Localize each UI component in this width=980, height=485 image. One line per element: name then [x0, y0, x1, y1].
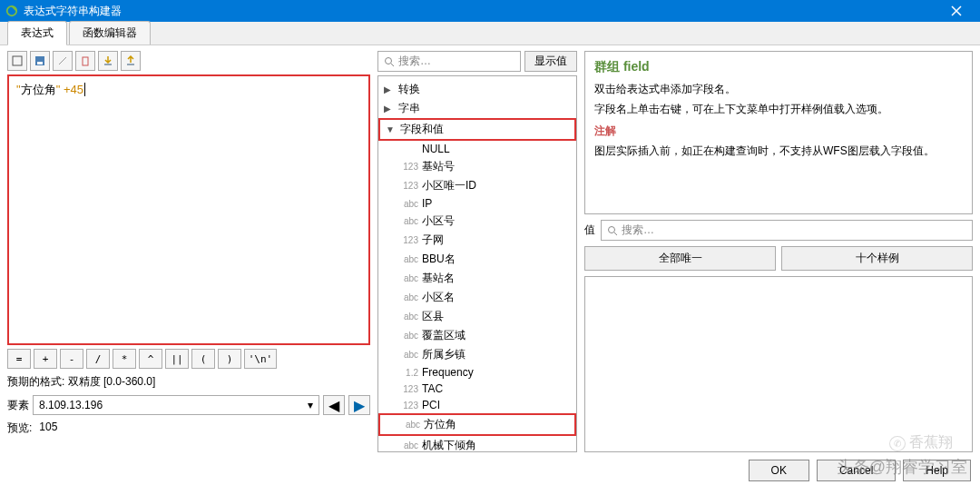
expression-editor[interactable]: "方位角" +45: [7, 74, 370, 345]
tree-group[interactable]: ▶字串: [378, 99, 576, 118]
operator-row: = + - / * ^ || ( ) '\n': [7, 349, 370, 369]
field-label: 小区唯一ID: [422, 178, 476, 193]
titlebar: 表达式字符串构建器: [0, 0, 980, 22]
field-label: IP: [422, 197, 432, 210]
tree-group-fields[interactable]: ▼字段和值: [378, 118, 576, 141]
close-button[interactable]: [938, 0, 975, 22]
op-newline[interactable]: '\n': [244, 349, 277, 369]
tree-field-item[interactable]: abc区县: [378, 307, 576, 326]
prev-feature-button[interactable]: ◀: [323, 395, 345, 415]
op-multiply[interactable]: *: [113, 349, 136, 369]
function-search-input[interactable]: 搜索…: [377, 51, 521, 72]
field-label: TAC: [422, 382, 443, 395]
field-label: Frequency: [422, 366, 474, 379]
dialog-buttons: OK Cancel Help: [749, 460, 971, 481]
field-label: 所属乡镇: [422, 347, 466, 362]
feature-label: 要素: [7, 398, 29, 413]
delete-button[interactable]: [75, 51, 95, 71]
tree-field-item[interactable]: 123小区唯一ID: [378, 176, 576, 195]
all-unique-button[interactable]: 全部唯一: [584, 246, 776, 271]
tree-field-item[interactable]: abc小区名: [378, 288, 576, 307]
import-button[interactable]: [98, 51, 118, 71]
op-divide[interactable]: /: [86, 349, 110, 369]
tree-field-item[interactable]: 123TAC: [378, 381, 576, 397]
field-label: NULL: [422, 143, 450, 155]
app-icon: [5, 5, 18, 17]
tree-field-item[interactable]: abc覆盖区域: [378, 326, 576, 345]
function-tree[interactable]: ▶转换 ▶字串 ▼字段和值 NULL123基站号123小区唯一IDabcIPab…: [377, 75, 577, 452]
tree-field-item[interactable]: 123子网: [378, 231, 576, 250]
svg-point-5: [386, 57, 392, 64]
field-type-tag: abc: [400, 199, 418, 209]
svg-rect-1: [13, 56, 22, 65]
field-type-tag: abc: [400, 292, 418, 302]
field-label: 覆盖区域: [422, 328, 466, 343]
svg-point-0: [7, 6, 17, 16]
tree-field-item[interactable]: abc方位角: [378, 413, 576, 436]
help-title: 群组 field: [594, 59, 963, 75]
edit-button[interactable]: [53, 51, 73, 71]
values-label: 值: [584, 223, 595, 238]
field-type-tag: abc: [400, 350, 418, 360]
field-type-tag: 1.2: [400, 368, 418, 378]
field-type-tag: 123: [400, 384, 418, 394]
help-panel: 群组 field 双击给表达式串添加字段名。 字段名上单击右键，可在上下文菜单中…: [584, 51, 973, 214]
expand-icon: ▶: [384, 84, 395, 94]
values-list[interactable]: [584, 276, 973, 452]
field-label: 机械下倾角: [422, 438, 476, 452]
tab-function-editor[interactable]: 函数编辑器: [69, 21, 151, 45]
field-type-tag: 123: [400, 181, 418, 191]
tree-group[interactable]: ▶转换: [378, 80, 576, 99]
expression-toolbar: [7, 51, 370, 71]
field-type-tag: abc: [400, 331, 418, 341]
show-values-button[interactable]: 显示值: [524, 51, 577, 72]
tree-field-item[interactable]: 123基站号: [378, 157, 576, 176]
triangle-left-icon: ◀: [328, 397, 339, 414]
field-label: 小区名: [422, 290, 455, 305]
help-button[interactable]: Help: [903, 460, 971, 481]
op-minus[interactable]: -: [60, 349, 83, 369]
close-icon: [951, 5, 962, 16]
feature-combo[interactable]: 8.109.13.196 ▾: [33, 395, 319, 415]
tab-expression[interactable]: 表达式: [7, 21, 67, 45]
op-plus[interactable]: +: [34, 349, 57, 369]
triangle-right-icon: ▶: [354, 397, 365, 414]
values-search-input[interactable]: 搜索…: [601, 220, 973, 241]
field-type-tag: 123: [400, 401, 418, 411]
ten-samples-button[interactable]: 十个样例: [781, 246, 973, 271]
field-type-tag: abc: [400, 273, 418, 283]
tree-field-item[interactable]: abc所属乡镇: [378, 345, 576, 364]
field-label: BBU名: [422, 252, 456, 267]
field-type-tag: abc: [400, 440, 418, 450]
tree-field-item[interactable]: 123PCI: [378, 397, 576, 413]
clear-button[interactable]: [7, 51, 27, 71]
op-power[interactable]: ^: [139, 349, 162, 369]
tree-field-item[interactable]: abc小区号: [378, 212, 576, 231]
tree-field-item[interactable]: abcIP: [378, 195, 576, 212]
field-type-tag: abc: [400, 254, 418, 264]
save-button[interactable]: [30, 51, 50, 71]
field-type-tag: 123: [400, 235, 418, 245]
field-type-tag: abc: [400, 312, 418, 322]
op-rparen[interactable]: ): [218, 349, 241, 369]
tree-field-item[interactable]: abc机械下倾角: [378, 436, 576, 452]
field-label: 子网: [422, 233, 444, 248]
tree-field-item[interactable]: NULL: [378, 141, 576, 157]
op-concat[interactable]: ||: [165, 349, 189, 369]
svg-point-6: [609, 226, 615, 233]
export-button[interactable]: [121, 51, 141, 71]
preview-row: 预览: 105: [7, 421, 370, 436]
next-feature-button[interactable]: ▶: [348, 395, 370, 415]
tree-field-item[interactable]: 1.2Frequency: [378, 364, 576, 381]
tree-field-item[interactable]: abc基站名: [378, 269, 576, 288]
field-label: 基站名: [422, 271, 455, 286]
op-equals[interactable]: =: [7, 349, 31, 369]
cursor: [84, 83, 89, 96]
svg-rect-4: [83, 57, 88, 65]
op-lparen[interactable]: (: [191, 349, 215, 369]
expand-icon: ▶: [384, 104, 395, 114]
window-title: 表达式字符串构建器: [24, 4, 938, 19]
cancel-button[interactable]: Cancel: [817, 460, 896, 481]
ok-button[interactable]: OK: [749, 460, 809, 481]
tree-field-item[interactable]: abcBBU名: [378, 250, 576, 269]
